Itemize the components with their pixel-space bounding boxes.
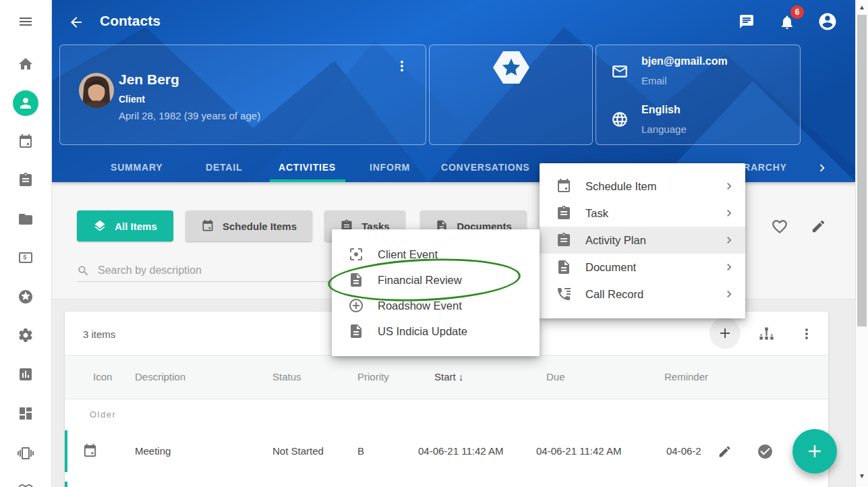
cell-due: 04-06-21 11:42 AM	[536, 445, 621, 457]
layers-icon	[93, 219, 107, 233]
back-arrow-icon[interactable]	[68, 14, 84, 30]
menu-item-activity-plan[interactable]: Activity Plan	[540, 227, 745, 254]
menu-hamburger-icon[interactable]	[18, 13, 34, 30]
star-hexagon-badge-icon	[492, 51, 530, 84]
home-icon[interactable]	[18, 56, 34, 72]
menu-item-call-record[interactable]: Call Record	[540, 281, 745, 308]
submenu-item-roadshow-event[interactable]: Roadshow Event	[332, 293, 540, 318]
fab-add-button[interactable]	[792, 429, 837, 474]
group-label: Older	[90, 409, 116, 420]
column-priority[interactable]: Priority	[357, 371, 389, 382]
scrollbar-thumb[interactable]	[857, 15, 867, 326]
hierarchy-view-icon[interactable]	[757, 325, 776, 343]
menu-item-label: Schedule Item	[585, 180, 722, 193]
language-globe-icon	[611, 111, 629, 128]
filter-schedule-items-label: Schedule Items	[223, 221, 297, 232]
notification-badge[interactable]: 6	[790, 5, 804, 19]
submenu-item-financial-review[interactable]: Financial Review	[332, 267, 540, 293]
page-title: Contacts	[100, 13, 161, 29]
settings-gear-nav-icon[interactable]	[18, 327, 34, 343]
contacts-nav-active-icon[interactable]	[13, 90, 38, 116]
tab-inform[interactable]: INFORM	[370, 162, 410, 173]
billing-dollar-nav-icon[interactable]	[18, 250, 34, 266]
submenu-item-label: Client Event	[378, 248, 540, 261]
contact-avatar[interactable]	[79, 73, 114, 108]
tab-hierarchy-partial[interactable]: RARCHY	[743, 162, 787, 173]
card-kebab-menu-icon[interactable]	[394, 58, 410, 74]
submenu-item-us-indicia-update[interactable]: US Indicia Update	[332, 318, 540, 344]
center-focus-icon	[348, 246, 364, 262]
tabs-scroll-chevron-icon[interactable]	[815, 161, 830, 175]
column-status[interactable]: Status	[272, 371, 301, 382]
menu-item-task[interactable]: Task	[540, 200, 745, 227]
cell-description: Meeting	[135, 445, 171, 457]
panel-kebab-menu-icon[interactable]	[799, 326, 815, 342]
contact-badge-card	[429, 45, 593, 145]
filter-all-items-label: All Items	[115, 221, 157, 232]
tab-activities[interactable]: ACTIVITIES	[279, 162, 336, 173]
cell-priority: B	[357, 445, 364, 457]
language-label: Language	[641, 123, 687, 135]
app-root: Contacts 6 Jen Berg Client April 28, 198…	[0, 0, 868, 487]
account-circle-icon[interactable]	[817, 11, 838, 32]
tab-summary[interactable]: SUMMARY	[111, 162, 163, 173]
column-icon[interactable]: Icon	[93, 371, 112, 382]
activity-plan-submenu: Client Event Financial Review Roadshow E…	[332, 229, 540, 356]
column-due[interactable]: Due	[546, 371, 565, 382]
submenu-item-label: US Indicia Update	[378, 325, 540, 338]
menu-item-label: Task	[585, 207, 722, 220]
column-description[interactable]: Description	[135, 371, 185, 382]
folder-nav-icon[interactable]	[18, 211, 34, 227]
partial-bottom-nav-icon[interactable]	[18, 480, 34, 487]
tab-detail[interactable]: DETAIL	[206, 162, 242, 173]
contact-identity-card: Jen Berg Client April 28, 1982 (39 years…	[59, 45, 426, 145]
calendar-icon	[201, 219, 214, 233]
email-label: Email	[641, 75, 667, 86]
add-circle-icon	[348, 297, 364, 314]
scrollbar-down-arrow[interactable]: ▼	[856, 472, 868, 480]
vibration-phone-nav-icon[interactable]	[18, 445, 34, 461]
app-sidebar	[0, 0, 52, 487]
row-edit-pencil-icon[interactable]	[718, 445, 732, 459]
favorite-heart-icon[interactable]	[771, 218, 788, 235]
menu-item-schedule-item[interactable]: Schedule Item	[540, 173, 745, 200]
vertical-scrollbar[interactable]: ▲ ▼	[855, 0, 868, 487]
add-item-button[interactable]	[710, 318, 741, 349]
cell-status: Not Started	[272, 445, 324, 457]
filter-all-items-button[interactable]: All Items	[77, 210, 173, 241]
table-row-partial[interactable]	[65, 472, 828, 487]
tasks-clipboard-nav-icon[interactable]	[18, 172, 34, 188]
submenu-item-client-event[interactable]: Client Event	[332, 241, 540, 267]
filter-schedule-items-button[interactable]: Schedule Items	[185, 210, 312, 241]
scrollbar-up-arrow[interactable]: ▲	[856, 3, 868, 11]
contact-birthdate: April 28, 1982 (39 years of age)	[119, 110, 260, 121]
menu-item-document[interactable]: Document	[540, 254, 745, 281]
search-icon	[77, 264, 90, 277]
email-value[interactable]: bjen@gmail.com	[641, 55, 728, 67]
chevron-right-icon	[722, 206, 736, 220]
contact-role: Client	[119, 94, 145, 105]
chevron-right-icon	[722, 179, 736, 193]
column-reminder[interactable]: Reminder	[664, 371, 708, 382]
table-row-meeting[interactable]: Meeting Not Started B 04-06-21 11:42 AM …	[65, 430, 828, 473]
clipboard-icon	[556, 205, 572, 221]
language-value[interactable]: English	[641, 104, 681, 116]
sort-descending-arrow: ↓	[459, 371, 464, 382]
row-accent-bar	[65, 482, 67, 487]
calendar-icon	[556, 178, 572, 194]
calendar-nav-icon[interactable]	[18, 134, 34, 150]
menu-item-label: Document	[585, 261, 722, 274]
tab-conversations[interactable]: CONVERSATIONS	[441, 162, 530, 173]
document-icon	[348, 272, 364, 288]
phone-list-icon	[556, 286, 572, 302]
column-start-sorted[interactable]: Start ↓	[434, 371, 463, 382]
row-complete-check-icon[interactable]	[757, 443, 774, 460]
items-count-label: 3 items	[83, 328, 115, 340]
dashboard-nav-icon[interactable]	[18, 405, 34, 422]
chat-icon[interactable]	[739, 13, 755, 30]
edit-pencil-icon[interactable]	[811, 219, 826, 234]
chevron-right-icon	[722, 233, 736, 247]
favorites-star-nav-icon[interactable]	[18, 289, 34, 305]
reports-chart-nav-icon[interactable]	[18, 366, 34, 382]
cell-reminder-truncated: 04-06-2	[666, 445, 708, 457]
